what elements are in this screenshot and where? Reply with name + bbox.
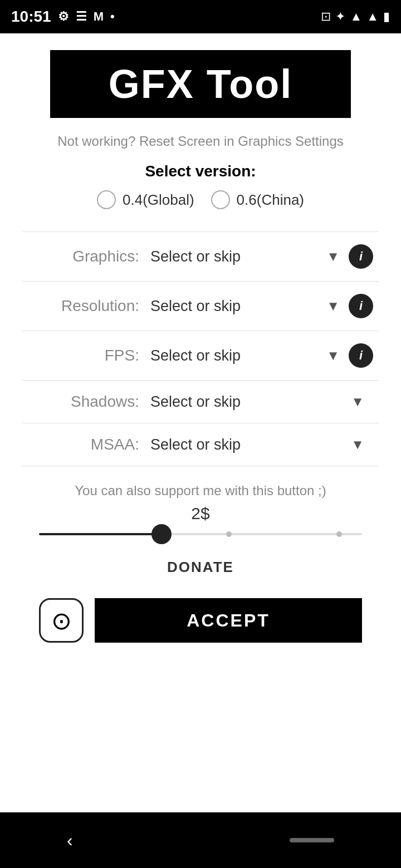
- home-indicator[interactable]: [290, 838, 334, 842]
- support-text: You can also support me with this button…: [75, 483, 326, 499]
- donate-amount: 2$: [191, 504, 209, 523]
- graphics-row: Graphics: Select or skip ▼ i: [22, 232, 379, 281]
- status-right: ⊡ ✦ ▲ ▲ ▮: [321, 9, 390, 24]
- navigation-bar: ‹: [0, 812, 401, 868]
- support-section: You can also support me with this button…: [22, 483, 379, 581]
- fps-chevron-icon: ▼: [326, 348, 340, 363]
- status-bar: 10:51 ⚙ ☰ M • ⊡ ✦ ▲ ▲ ▮: [0, 0, 401, 33]
- resolution-chevron-icon: ▼: [326, 298, 340, 314]
- shadows-label: Shadows:: [28, 393, 139, 411]
- fps-row: FPS: Select or skip ▼ i: [22, 331, 379, 380]
- msaa-row: MSAA: Select or skip ▼: [22, 423, 379, 466]
- version-global-option[interactable]: 0.4(Global): [97, 190, 194, 209]
- fps-value: Select or skip: [150, 347, 241, 364]
- fps-info-button[interactable]: i: [349, 343, 373, 368]
- bottom-area: ⊙ ACCEPT: [22, 598, 379, 643]
- shadows-chevron-icon: ▼: [351, 394, 364, 410]
- msaa-dropdown[interactable]: Select or skip ▼: [150, 436, 373, 453]
- settings-section: Graphics: Select or skip ▼ i Resolution:…: [22, 231, 379, 466]
- status-time: 10:51: [11, 8, 51, 26]
- back-button[interactable]: ‹: [67, 830, 73, 851]
- gmail-icon: M: [94, 9, 104, 24]
- resolution-dropdown[interactable]: Select or skip ▼: [150, 298, 349, 315]
- battery-icon: ▮: [383, 9, 390, 24]
- shadows-value: Select or skip: [150, 393, 241, 411]
- msaa-value: Select or skip: [150, 436, 241, 453]
- msaa-chevron-icon: ▼: [351, 437, 364, 452]
- version-china-radio[interactable]: [211, 190, 230, 209]
- msaa-label: MSAA:: [28, 436, 139, 453]
- app-subtitle: Not working? Reset Screen in Graphics Se…: [57, 134, 344, 149]
- graphics-value: Select or skip: [150, 248, 241, 265]
- app-title-banner: GFX Tool: [50, 50, 351, 118]
- shadows-dropdown[interactable]: Select or skip ▼: [150, 393, 373, 411]
- graphics-info-button[interactable]: i: [349, 244, 373, 269]
- divider-msaa: [22, 466, 379, 466]
- resolution-label: Resolution:: [28, 297, 139, 315]
- cast-icon: ⊡: [321, 9, 331, 24]
- gear-icon: ⚙: [58, 9, 69, 24]
- slider-dot-1: [226, 531, 232, 537]
- graphics-label: Graphics:: [28, 248, 139, 265]
- version-global-radio[interactable]: [97, 190, 116, 209]
- message-icon: ☰: [76, 9, 87, 24]
- donate-button[interactable]: DONATE: [150, 553, 251, 581]
- fps-dropdown[interactable]: Select or skip ▼: [150, 347, 349, 364]
- cell-signal-icon: ▲: [366, 9, 379, 24]
- version-china-label: 0.6(China): [237, 191, 304, 209]
- donate-slider[interactable]: [22, 533, 379, 535]
- graphics-chevron-icon: ▼: [326, 249, 340, 264]
- accept-button[interactable]: ACCEPT: [95, 598, 362, 643]
- slider-track: [39, 533, 362, 535]
- graphics-dropdown[interactable]: Select or skip ▼: [150, 248, 349, 265]
- instagram-button[interactable]: ⊙: [39, 598, 84, 643]
- version-row: 0.4(Global) 0.6(China): [97, 190, 304, 209]
- version-china-option[interactable]: 0.6(China): [211, 190, 304, 209]
- app-title: GFX Tool: [72, 61, 329, 107]
- wifi-icon: ▲: [350, 9, 362, 24]
- dot-icon: •: [110, 9, 115, 24]
- version-global-label: 0.4(Global): [123, 191, 194, 209]
- fps-label: FPS:: [28, 347, 139, 364]
- slider-dot-2: [336, 531, 342, 537]
- shadows-row: Shadows: Select or skip ▼: [22, 381, 379, 423]
- resolution-value: Select or skip: [150, 298, 241, 315]
- status-left: 10:51 ⚙ ☰ M •: [11, 8, 115, 26]
- bluetooth-icon: ✦: [335, 9, 345, 24]
- resolution-row: Resolution: Select or skip ▼ i: [22, 282, 379, 331]
- main-content: GFX Tool Not working? Reset Screen in Gr…: [0, 33, 401, 812]
- slider-thumb[interactable]: [151, 524, 172, 544]
- instagram-icon: ⊙: [51, 606, 72, 635]
- slider-fill: [39, 533, 162, 535]
- resolution-info-button[interactable]: i: [349, 294, 373, 318]
- version-section-label: Select version:: [145, 162, 256, 180]
